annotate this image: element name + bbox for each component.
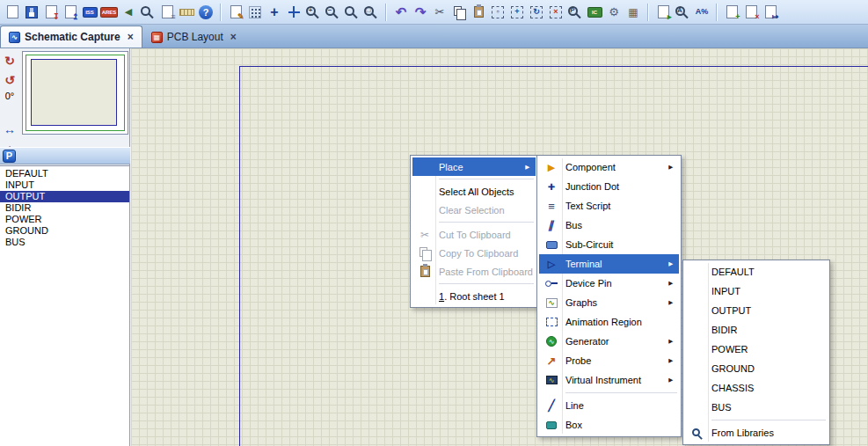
search-icon[interactable] — [138, 3, 157, 22]
menu-separator — [565, 392, 677, 393]
context-menu-item-clear-selection[interactable]: Clear Selection — [412, 201, 536, 219]
copy-icon[interactable] — [449, 3, 469, 22]
terminal-menu-item-ground[interactable]: GROUND — [685, 359, 828, 378]
place-menu-item-terminal[interactable]: Terminal — [539, 254, 679, 274]
grid-toggle-icon[interactable] — [245, 3, 265, 22]
menu-item-label: Probe — [565, 355, 591, 366]
place-menu-item-generator[interactable]: Generator — [539, 332, 679, 351]
menu-item-label: Paste From Clipboard — [439, 267, 533, 277]
terminal-submenu: DEFAULTINPUTOUTPUTBIDIRPOWERGROUNDCHASSI… — [682, 260, 830, 445]
place-menu-item-probe[interactable]: Probe — [539, 351, 679, 370]
import-section-icon[interactable]: ↧ — [41, 3, 61, 22]
terminal-menu-item-chassis[interactable]: CHASSIS — [685, 378, 828, 398]
menu-item-label: DEFAULT — [711, 267, 755, 277]
place-menu-item-junction-dot[interactable]: Junction Dot — [539, 177, 679, 196]
object-list-item-bus[interactable]: BUS — [0, 237, 129, 248]
tab-pcb-layout[interactable]: PCB Layout — [142, 26, 245, 48]
context-menu-item-place[interactable]: Place — [412, 157, 536, 176]
tab-close-icon[interactable] — [128, 31, 134, 43]
place-menu-item-virtual-instrument[interactable]: Virtual Instrument — [539, 370, 679, 390]
place-menu-item-graphs[interactable]: Graphs — [539, 293, 679, 312]
zoom-all-icon[interactable] — [342, 3, 361, 22]
block-move-icon[interactable]: + — [507, 3, 527, 22]
place-menu-item-line[interactable]: Line — [539, 396, 679, 415]
export-section-icon[interactable]: ↥ — [61, 3, 80, 22]
pick-devices-button[interactable]: P — [3, 150, 16, 163]
terminal-menu-item-input[interactable]: INPUT — [685, 281, 828, 301]
speaker-icon[interactable]: ◀ — [119, 3, 138, 22]
place-menu-item-box[interactable]: Box — [539, 415, 679, 435]
place-menu-item-sub-circuit[interactable]: Sub-Circuit — [539, 235, 679, 254]
menu-item-label: Virtual Instrument — [565, 375, 641, 385]
goto-sheet-icon[interactable]: ↦ — [761, 3, 780, 22]
object-list-item-power[interactable]: POWER — [0, 214, 129, 225]
context-menu-item-select-all-objects[interactable]: Select All Objects — [412, 182, 536, 201]
origin-icon[interactable]: + — [265, 3, 284, 22]
save-icon[interactable] — [22, 3, 41, 22]
help-icon[interactable]: ? — [196, 3, 215, 22]
cut-icon — [415, 225, 434, 244]
make-device-icon[interactable]: IC — [585, 3, 604, 22]
new-sheet-icon[interactable]: + — [722, 3, 741, 22]
menu-item-label: Generator — [565, 336, 609, 347]
terminal-menu-item-power[interactable]: POWER — [685, 340, 828, 359]
block-rotate-icon[interactable]: ↻ — [527, 3, 546, 22]
pan-icon[interactable] — [284, 3, 303, 22]
object-list-item-ground[interactable]: GROUND — [0, 225, 129, 237]
property-assignment-icon[interactable]: A% — [692, 3, 711, 22]
object-selector-header: P — [0, 147, 130, 165]
rotate-anticlockwise-icon[interactable] — [1, 71, 18, 89]
ruler-icon[interactable] — [177, 3, 196, 22]
search-tag-icon[interactable]: A — [673, 3, 692, 22]
block-copy-icon[interactable]: ▫ — [488, 3, 507, 22]
zoom-in-icon[interactable]: + — [303, 3, 323, 22]
place-menu-item-device-pin[interactable]: Device Pin — [539, 274, 679, 293]
packaging-tool-icon[interactable]: ⚙ — [604, 3, 624, 22]
pcb-layout-module-icon[interactable]: ARES — [99, 3, 119, 22]
rotate-clockwise-icon[interactable] — [1, 52, 18, 69]
pick-device-icon[interactable]: P — [565, 3, 585, 22]
object-list-item-bidir[interactable]: BIDIR — [0, 202, 129, 214]
context-menu-item-copy-to-clipboard[interactable]: Copy To Clipboard — [412, 244, 536, 262]
place-menu-item-text-script[interactable]: Text Script — [539, 196, 679, 216]
context-menu-item-root-sheet-1[interactable]: 1. Root sheet 1 — [412, 287, 536, 305]
decompose-icon[interactable]: ▦ — [624, 3, 643, 22]
remove-sheet-icon[interactable]: × — [741, 3, 761, 22]
overview-panel[interactable] — [22, 51, 128, 135]
zoom-out-icon[interactable]: − — [323, 3, 342, 22]
redraw-icon[interactable]: ✎ — [226, 3, 245, 22]
mirror-horizontal-icon[interactable] — [1, 121, 18, 138]
terminal-menu-item-bidir[interactable]: BIDIR — [685, 320, 828, 340]
redo-icon[interactable]: ↷ — [411, 3, 430, 22]
schematic-capture-module-icon[interactable]: ISS — [80, 3, 99, 22]
context-menu-item-paste-from-clipboard[interactable]: Paste From Clipboard — [412, 262, 536, 281]
toolbar-separator — [385, 4, 387, 21]
place-menu-item-component[interactable]: Component — [539, 157, 679, 177]
toolbar-separator — [220, 4, 222, 21]
block-delete-icon[interactable]: × — [546, 3, 565, 22]
document-icon[interactable]: ≡ — [157, 3, 177, 22]
paste-icon[interactable] — [469, 3, 488, 22]
terminal-menu-item-output[interactable]: OUTPUT — [685, 301, 828, 320]
design-explorer-icon[interactable]: ▸ — [653, 3, 673, 22]
terminal-menu-item-default[interactable]: DEFAULT — [685, 262, 828, 281]
object-list-item-default[interactable]: DEFAULT — [0, 168, 129, 179]
menu-item-label: BUS — [711, 402, 732, 413]
cut-icon[interactable]: ✂ — [430, 3, 449, 22]
place-menu-item-animation-region[interactable]: Animation Region — [539, 312, 679, 332]
object-list-item-input[interactable]: INPUT — [0, 179, 129, 191]
zoom-area-icon[interactable]: □ — [361, 3, 381, 22]
place-submenu: ComponentJunction DotText ScriptBusSub-C… — [536, 155, 682, 437]
terminal-menu-item-from-libraries[interactable]: From Libraries — [685, 423, 828, 442]
context-menu-item-cut-to-clipboard[interactable]: Cut To Clipboard — [412, 225, 536, 244]
tab-label: Schematic Capture — [25, 31, 120, 43]
undo-icon[interactable]: ↶ — [391, 3, 411, 22]
generator-icon — [542, 332, 561, 351]
object-list-item-output[interactable]: OUTPUT — [0, 191, 129, 202]
tab-close-icon[interactable] — [230, 31, 237, 43]
place-menu-item-bus[interactable]: Bus — [539, 216, 679, 235]
menu-item-label: INPUT — [711, 286, 740, 296]
tab-schematic-capture[interactable]: Schematic Capture — [0, 26, 142, 48]
new-file-icon[interactable] — [3, 3, 22, 22]
terminal-menu-item-bus[interactable]: BUS — [685, 398, 828, 417]
